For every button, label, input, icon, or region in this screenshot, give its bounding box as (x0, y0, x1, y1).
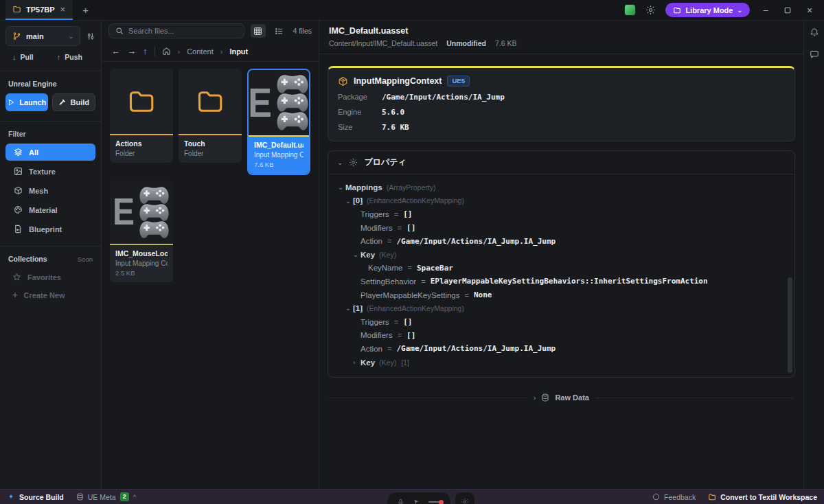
file-browser: 4 files ← → ↑ › Content › Input (102, 21, 319, 489)
file-name: Touch (184, 139, 236, 148)
properties-header[interactable]: ⌄ プロパティ (328, 151, 794, 174)
spark-icon (7, 493, 15, 501)
engine-label: Engine (338, 108, 382, 116)
property-value: /Game/Input/Actions/IA_Jump.IA_Jump (396, 237, 556, 246)
close-window-button[interactable]: × (803, 5, 816, 16)
grid-view-button[interactable] (251, 24, 266, 38)
property-row-mappings[interactable]: ⌄ Mappings (ArrayProperty) (337, 181, 786, 194)
raw-data-toggle[interactable]: › Raw Data (534, 393, 589, 402)
forward-button[interactable]: → (127, 46, 136, 56)
minimize-button[interactable]: – (759, 5, 772, 15)
property-row-key[interactable]: ⌄ Key (Key) (337, 248, 786, 262)
bell-icon[interactable] (810, 27, 819, 37)
file-card-actions[interactable]: Actions Folder (110, 69, 173, 163)
list-view-button[interactable] (272, 24, 287, 38)
package-icon (338, 76, 348, 87)
asset-info-card: InputMappingContext UE5 Package /Game/In… (328, 66, 795, 141)
convert-workspace-button[interactable]: Convert to Textil Workspace (708, 493, 817, 501)
property-row-action: Action = /Game/Input/Actions/IA_Jump.IA_… (337, 234, 786, 248)
chevron-down-icon: ⌄ (353, 251, 360, 258)
plus-icon: + (12, 290, 18, 299)
scrollbar-thumb[interactable] (788, 277, 792, 372)
property-row-1[interactable]: ⌄ [1] (EnhancedActionKeyMapping) (337, 301, 786, 315)
filter-item-blueprint[interactable]: Blueprint (5, 220, 95, 238)
filter-label: Material (29, 206, 58, 214)
soon-badge: Soon (78, 255, 93, 263)
pull-button[interactable]: ↓ Pull (12, 53, 34, 61)
back-button[interactable]: ← (111, 46, 120, 56)
search-box[interactable] (108, 23, 244, 38)
feedback-bubble-icon (652, 493, 660, 501)
file-card-imc-mouselook[interactable]: E IMC_MouseLook.uas... Input Mapping Con… (110, 181, 173, 282)
search-input[interactable] (128, 27, 238, 35)
divider (0, 246, 101, 247)
property-name: Mappings (345, 183, 382, 192)
source-control-settings-icon[interactable] (86, 32, 95, 41)
file-card-touch[interactable]: Touch Folder (179, 69, 242, 163)
property-row-key-collapsed[interactable]: › Key (Key) [1] (337, 356, 786, 369)
chevron-right-icon: › (178, 47, 181, 56)
chevron-down-icon: ⌄ (338, 184, 345, 191)
filter-item-all[interactable]: All (5, 144, 95, 161)
property-name: Triggers (360, 210, 389, 218)
library-mode-button[interactable]: Library Mode ⌄ (665, 3, 750, 17)
source-build-button[interactable]: Source Build (7, 493, 64, 501)
palette-icon (14, 205, 23, 214)
database-icon (541, 393, 549, 402)
record-toggle[interactable] (428, 501, 441, 503)
branch-selector[interactable]: main ⌄ (5, 26, 80, 46)
up-button[interactable]: ↑ (143, 46, 148, 56)
file-size: 7.6 KB (254, 161, 304, 168)
cursor-icon[interactable] (413, 499, 420, 504)
breadcrumb-input[interactable]: Input (229, 47, 248, 56)
build-button[interactable]: Build (52, 93, 96, 111)
property-name: Action (360, 237, 382, 245)
pull-label: Pull (21, 53, 34, 61)
gear-icon (349, 158, 358, 167)
divider (0, 121, 101, 122)
source-build-label: Source Build (19, 493, 64, 501)
overlay-settings-button[interactable] (455, 492, 475, 504)
mic-icon[interactable] (397, 499, 404, 504)
unreal-engine-section-title: Unreal Engine (0, 78, 101, 93)
property-value: /Game/Input/Actions/IA_Jump.IA_Jump (396, 344, 556, 353)
properties-title: プロパティ (364, 157, 406, 168)
property-row-triggers: Triggers = [] (337, 207, 786, 221)
maximize-button[interactable] (781, 7, 794, 14)
filter-item-mesh[interactable]: Mesh (5, 182, 95, 199)
breadcrumb-content[interactable]: Content (187, 47, 214, 56)
property-type: (ArrayProperty) (387, 183, 436, 192)
workspace-tab[interactable]: TP57BP × (5, 0, 73, 20)
asset-class-name: InputMappingContext (354, 76, 442, 86)
ue-meta-button[interactable]: UE Meta 2 ^ (76, 492, 136, 501)
home-icon[interactable] (162, 47, 171, 56)
inspector-path: Content/Input/IMC_Default.uasset (329, 39, 437, 47)
file-card-imc-default[interactable]: E IMC_Default.uasset Input Mapping Cont.… (247, 69, 310, 175)
feedback-label: Feedback (664, 493, 696, 501)
tab-label: TP57BP (26, 5, 55, 14)
avatar[interactable] (624, 4, 636, 16)
file-name: Actions (115, 139, 168, 148)
property-name: SettingBehavior (360, 277, 416, 286)
recording-toolbar (387, 492, 475, 504)
comment-icon[interactable] (810, 49, 819, 59)
gear-icon[interactable] (645, 5, 656, 15)
library-mode-label: Library Mode (685, 6, 733, 14)
gamepad-icon (275, 111, 310, 132)
new-tab-button[interactable]: + (73, 0, 98, 20)
hammer-icon (58, 98, 67, 106)
chevron-down-icon: ⌄ (337, 159, 343, 166)
push-button[interactable]: ↑ Push (57, 53, 82, 61)
feedback-button[interactable]: Feedback (652, 493, 696, 501)
equals-sign: = (408, 264, 412, 272)
property-row-0[interactable]: ⌄ [0] (EnhancedActionKeyMapping) (337, 194, 786, 208)
ue5-badge: UE5 (447, 76, 469, 87)
launch-button[interactable]: Launch (5, 93, 48, 111)
property-row-keyname: KeyName = SpaceBar (337, 262, 786, 275)
raw-data-section: › Raw Data (329, 393, 794, 402)
folder-icon (194, 87, 227, 117)
filter-label: All (29, 148, 38, 157)
close-tab-icon[interactable]: × (60, 5, 67, 14)
filter-item-material[interactable]: Material (5, 201, 95, 218)
filter-item-texture[interactable]: Texture (5, 163, 95, 180)
